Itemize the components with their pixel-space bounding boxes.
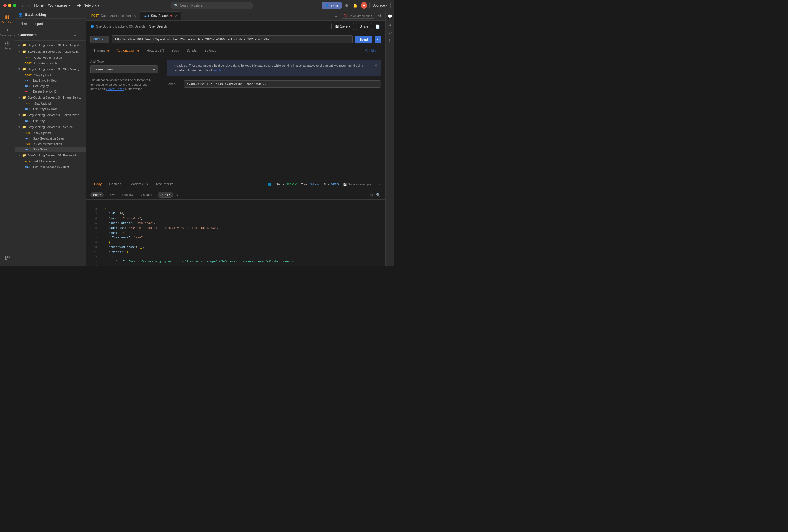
settings-tab[interactable]: Settings xyxy=(200,46,220,55)
resp-headers-tab[interactable]: Headers (11) xyxy=(125,180,152,188)
new-button[interactable]: New xyxy=(18,21,29,27)
notifications-button[interactable]: 🔔 xyxy=(352,2,358,9)
tab-stay-search[interactable]: GET Stay Search ✕ xyxy=(140,12,181,20)
headers-tab[interactable]: Headers (7) xyxy=(143,46,168,55)
params-tab[interactable]: Params xyxy=(91,46,113,55)
raw-format-button[interactable]: Raw xyxy=(106,192,117,197)
list-item[interactable]: GET List Reservations by Guest xyxy=(15,164,86,170)
list-item[interactable]: POST Guest Authentication xyxy=(15,55,86,60)
more-options-button[interactable]: ··· xyxy=(78,32,82,38)
resp-body-tab[interactable]: Body xyxy=(91,180,105,188)
resp-cookies-tab[interactable]: Cookies xyxy=(105,180,125,188)
close-tab-icon[interactable]: ✕ xyxy=(175,14,177,18)
sidebar-environments-icon[interactable]: Environments xyxy=(1,26,13,38)
svg-rect-0 xyxy=(5,15,7,17)
collection-item[interactable]: ▶ 📁 StayBooking Backend 03. Stay Manag..… xyxy=(15,66,86,72)
list-item[interactable]: POST Stay Upload xyxy=(15,130,86,136)
authorization-tab[interactable]: Authorization xyxy=(113,46,143,55)
cookies-button[interactable]: Cookies xyxy=(361,46,381,55)
list-item[interactable]: GET List Stays by Host xyxy=(15,106,86,112)
auth-type-selector[interactable]: Bearer Token ▾ xyxy=(91,65,158,74)
collections-panel: 👤 Staybooking New Import Collections + ≡… xyxy=(15,11,86,266)
info-text: Heads up! These parameters hold sensitiv… xyxy=(175,63,371,72)
list-item-active[interactable]: GET Stay Search xyxy=(15,147,86,152)
side-panel-icon[interactable]: ⊞ xyxy=(388,22,392,27)
import-button[interactable]: Import xyxy=(32,21,45,27)
list-item[interactable]: POST Host Authentication xyxy=(15,60,86,66)
list-item[interactable]: POST Guest Authentication xyxy=(15,141,86,147)
forward-button[interactable]: › xyxy=(26,2,30,9)
collection-item[interactable]: ▶ 📁 StayBooking Backend 01. User Regist.… xyxy=(15,42,86,48)
sort-collections-button[interactable]: ≡ xyxy=(73,32,77,38)
body-tab[interactable]: Body xyxy=(168,46,183,55)
url-input[interactable] xyxy=(112,35,353,43)
maximize-button[interactable] xyxy=(13,4,16,7)
sidebar-collections-icon[interactable]: Collections xyxy=(1,13,13,25)
save-example-button[interactable]: 💾 Save as example xyxy=(343,183,371,186)
tab-guest-auth[interactable]: POST Guest Authentication ✕ xyxy=(88,12,139,20)
close-banner-button[interactable]: ✕ xyxy=(374,63,377,68)
invite-button[interactable]: 👤 Invite xyxy=(322,2,341,9)
save-button[interactable]: 💾 Save ▾ xyxy=(332,23,354,30)
chevron-down-icon: ▶ xyxy=(18,68,21,70)
svg-rect-6 xyxy=(5,256,7,258)
list-item[interactable]: GET Stay Geolocation Search xyxy=(15,136,86,141)
token-row: Token xyxy=(167,80,381,88)
info-icon[interactable]: ℹ xyxy=(388,37,392,44)
list-item[interactable]: GET List Stay xyxy=(15,118,86,124)
code-icon[interactable]: </> xyxy=(387,30,393,35)
collection-item[interactable]: ▶ 📁 StayBooking Backend 02. Token Auth..… xyxy=(15,48,86,55)
method-badge-post: POST xyxy=(24,142,33,145)
home-link[interactable]: Home xyxy=(34,3,44,7)
send-button[interactable]: Send xyxy=(355,36,372,43)
avatar[interactable]: ● xyxy=(361,2,367,9)
resp-test-results-tab[interactable]: Test Results xyxy=(152,180,177,188)
json-format-selector[interactable]: JSON ▾ xyxy=(158,192,173,198)
list-item[interactable]: POST Add Reservation xyxy=(15,159,86,164)
word-wrap-button[interactable]: ≡ xyxy=(175,192,179,198)
method-badge-get: GET xyxy=(24,148,32,151)
workspaces-dropdown[interactable]: Workspaces ▾ xyxy=(46,2,72,8)
close-tab-icon[interactable]: ✕ xyxy=(134,14,136,18)
variables-link[interactable]: variables xyxy=(213,68,225,72)
env-settings-button[interactable]: 👁 xyxy=(377,13,383,19)
chat-icon[interactable]: 💬 xyxy=(386,13,393,20)
visualize-format-button[interactable]: Visualize xyxy=(138,192,155,197)
collection-item[interactable]: ▶ 📁 StayBooking Backend 07. Reservation xyxy=(15,152,86,159)
sidebar-history-icon[interactable]: History xyxy=(1,39,13,51)
list-item[interactable]: POST Stay Upload xyxy=(15,72,86,78)
more-response-options[interactable]: ··· xyxy=(375,181,381,188)
docs-button[interactable]: 📄 xyxy=(374,23,381,30)
pretty-format-button[interactable]: Pretty xyxy=(91,192,104,197)
minimize-button[interactable] xyxy=(8,4,12,7)
token-input[interactable] xyxy=(184,80,381,88)
list-item[interactable]: DEL Delete Stay by ID xyxy=(15,89,86,94)
tab-bar: POST Guest Authentication ✕ GET Stay Sea… xyxy=(86,11,385,21)
list-item[interactable]: GET List Stays by Host xyxy=(15,78,86,83)
search-response-button[interactable]: 🔍 xyxy=(375,192,381,197)
collection-item[interactable]: ▶ 📁 StayBooking Backend 05. Token Prote.… xyxy=(15,112,86,118)
upgrade-button[interactable]: Upgrade ▾ xyxy=(370,2,391,9)
method-selector[interactable]: GET ▾ xyxy=(91,36,110,43)
api-network-dropdown[interactable]: API Network ▾ xyxy=(75,2,101,8)
settings-button[interactable]: ⚙ xyxy=(344,2,350,9)
collection-item[interactable]: ▶ 📁 StayBooking Backend 06. Search xyxy=(15,124,86,130)
close-button[interactable] xyxy=(3,4,6,7)
add-collection-button[interactable]: + xyxy=(68,32,72,38)
chevron-down-icon: ▶ xyxy=(18,96,21,99)
send-options-button[interactable]: ▾ xyxy=(375,36,381,43)
copy-response-button[interactable]: ⧉ xyxy=(370,192,373,197)
search-bar[interactable]: 🔍 Search Postman xyxy=(171,2,253,9)
environment-selector[interactable]: 🚫 No environment ▾ xyxy=(341,13,375,19)
scripts-tab[interactable]: Scripts xyxy=(183,46,201,55)
back-button[interactable]: ‹ xyxy=(21,2,24,9)
list-item[interactable]: GET Get Stay by ID xyxy=(15,83,86,89)
collection-item[interactable]: ▶ 📁 StayBooking Backend 04. Image Servi.… xyxy=(15,94,86,101)
list-item[interactable]: POST Stay Upload xyxy=(15,101,86,106)
tabs-overflow-button[interactable]: ⌄ xyxy=(333,13,339,19)
bearer-token-link[interactable]: Bearer Token xyxy=(106,87,124,91)
preview-format-button[interactable]: Preview xyxy=(120,192,136,197)
new-collection-button[interactable] xyxy=(1,252,13,264)
share-button[interactable]: Share xyxy=(356,23,372,30)
add-tab-button[interactable]: + xyxy=(182,12,189,19)
